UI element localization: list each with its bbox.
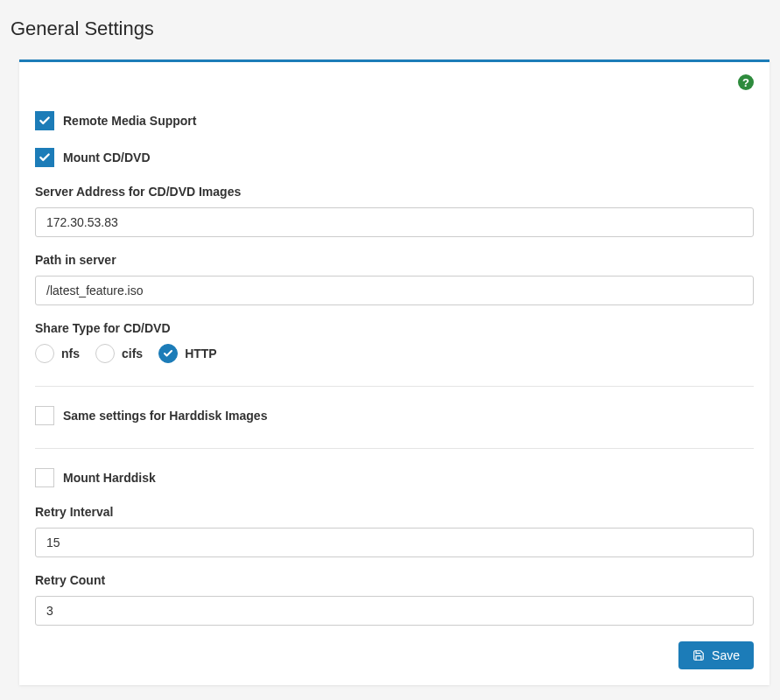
same-settings-harddisk-checkbox[interactable] bbox=[35, 406, 54, 425]
check-icon bbox=[39, 151, 51, 164]
share-type-http-radio[interactable]: HTTP bbox=[158, 344, 217, 363]
same-settings-harddisk-label: Same settings for Harddisk Images bbox=[63, 409, 267, 423]
help-icon[interactable]: ? bbox=[738, 74, 754, 90]
retry-count-label: Retry Count bbox=[35, 573, 754, 587]
share-type-cifs-label: cifs bbox=[122, 346, 143, 360]
settings-card: ? Remote Media Support Mount CD/DVD Serv… bbox=[19, 60, 769, 685]
check-icon bbox=[39, 115, 51, 127]
share-type-http-label: HTTP bbox=[185, 346, 217, 360]
retry-interval-label: Retry Interval bbox=[35, 505, 754, 519]
remote-media-support-checkbox[interactable] bbox=[35, 111, 54, 130]
server-address-label: Server Address for CD/DVD Images bbox=[35, 185, 754, 199]
share-type-nfs-radio[interactable]: nfs bbox=[35, 344, 80, 363]
path-in-server-input[interactable] bbox=[35, 276, 754, 305]
save-button[interactable]: Save bbox=[678, 641, 754, 669]
mount-harddisk-label: Mount Harddisk bbox=[63, 471, 156, 485]
mount-harddisk-checkbox[interactable] bbox=[35, 468, 54, 487]
radio-selected-icon bbox=[158, 344, 178, 363]
retry-count-input[interactable] bbox=[35, 596, 754, 626]
page-title: General Settings bbox=[11, 18, 769, 40]
mount-cd-dvd-checkbox[interactable] bbox=[35, 148, 54, 167]
divider bbox=[35, 386, 754, 387]
save-button-label: Save bbox=[712, 648, 740, 662]
retry-interval-input[interactable] bbox=[35, 528, 754, 557]
share-type-nfs-label: nfs bbox=[61, 346, 80, 360]
path-in-server-label: Path in server bbox=[35, 253, 754, 267]
divider bbox=[35, 448, 754, 449]
share-type-cifs-radio[interactable]: cifs bbox=[95, 344, 143, 363]
radio-icon bbox=[95, 344, 115, 363]
server-address-input[interactable] bbox=[35, 207, 754, 237]
save-icon bbox=[692, 649, 705, 662]
radio-icon bbox=[35, 344, 54, 363]
remote-media-support-label: Remote Media Support bbox=[63, 114, 196, 128]
mount-cd-dvd-label: Mount CD/DVD bbox=[63, 150, 151, 164]
share-type-label: Share Type for CD/DVD bbox=[35, 321, 754, 335]
